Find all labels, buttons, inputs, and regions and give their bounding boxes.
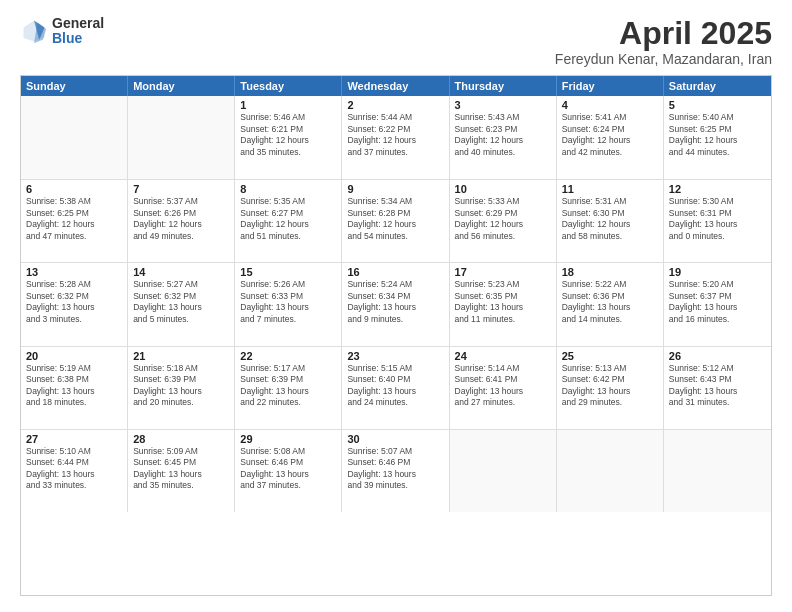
- empty-cell: [128, 96, 235, 179]
- empty-cell: [664, 430, 771, 512]
- calendar-cell-11: 11Sunrise: 5:31 AM Sunset: 6:30 PM Dayli…: [557, 180, 664, 262]
- calendar-cell-2: 2Sunrise: 5:44 AM Sunset: 6:22 PM Daylig…: [342, 96, 449, 179]
- cell-info: Sunrise: 5:07 AM Sunset: 6:46 PM Dayligh…: [347, 446, 443, 492]
- header-day-saturday: Saturday: [664, 76, 771, 96]
- calendar-cell-4: 4Sunrise: 5:41 AM Sunset: 6:24 PM Daylig…: [557, 96, 664, 179]
- calendar-row: 27Sunrise: 5:10 AM Sunset: 6:44 PM Dayli…: [21, 429, 771, 512]
- calendar-cell-24: 24Sunrise: 5:14 AM Sunset: 6:41 PM Dayli…: [450, 347, 557, 429]
- logo: General Blue: [20, 16, 104, 47]
- empty-cell: [450, 430, 557, 512]
- cell-date: 10: [455, 183, 551, 195]
- calendar-cell-26: 26Sunrise: 5:12 AM Sunset: 6:43 PM Dayli…: [664, 347, 771, 429]
- cell-info: Sunrise: 5:17 AM Sunset: 6:39 PM Dayligh…: [240, 363, 336, 409]
- cell-date: 23: [347, 350, 443, 362]
- cell-info: Sunrise: 5:33 AM Sunset: 6:29 PM Dayligh…: [455, 196, 551, 242]
- cell-info: Sunrise: 5:31 AM Sunset: 6:30 PM Dayligh…: [562, 196, 658, 242]
- cell-info: Sunrise: 5:24 AM Sunset: 6:34 PM Dayligh…: [347, 279, 443, 325]
- header-day-monday: Monday: [128, 76, 235, 96]
- cell-date: 24: [455, 350, 551, 362]
- cell-info: Sunrise: 5:46 AM Sunset: 6:21 PM Dayligh…: [240, 112, 336, 158]
- header-day-sunday: Sunday: [21, 76, 128, 96]
- calendar-cell-12: 12Sunrise: 5:30 AM Sunset: 6:31 PM Dayli…: [664, 180, 771, 262]
- cell-info: Sunrise: 5:27 AM Sunset: 6:32 PM Dayligh…: [133, 279, 229, 325]
- cell-date: 18: [562, 266, 658, 278]
- calendar-cell-16: 16Sunrise: 5:24 AM Sunset: 6:34 PM Dayli…: [342, 263, 449, 345]
- calendar-cell-7: 7Sunrise: 5:37 AM Sunset: 6:26 PM Daylig…: [128, 180, 235, 262]
- cell-info: Sunrise: 5:23 AM Sunset: 6:35 PM Dayligh…: [455, 279, 551, 325]
- cell-info: Sunrise: 5:22 AM Sunset: 6:36 PM Dayligh…: [562, 279, 658, 325]
- title-location: Fereydun Kenar, Mazandaran, Iran: [555, 51, 772, 67]
- calendar-cell-20: 20Sunrise: 5:19 AM Sunset: 6:38 PM Dayli…: [21, 347, 128, 429]
- logo-blue: Blue: [52, 31, 104, 46]
- cell-info: Sunrise: 5:26 AM Sunset: 6:33 PM Dayligh…: [240, 279, 336, 325]
- calendar-cell-1: 1Sunrise: 5:46 AM Sunset: 6:21 PM Daylig…: [235, 96, 342, 179]
- calendar-cell-21: 21Sunrise: 5:18 AM Sunset: 6:39 PM Dayli…: [128, 347, 235, 429]
- cell-info: Sunrise: 5:40 AM Sunset: 6:25 PM Dayligh…: [669, 112, 766, 158]
- cell-date: 21: [133, 350, 229, 362]
- calendar-cell-15: 15Sunrise: 5:26 AM Sunset: 6:33 PM Dayli…: [235, 263, 342, 345]
- calendar-row: 6Sunrise: 5:38 AM Sunset: 6:25 PM Daylig…: [21, 179, 771, 262]
- cell-info: Sunrise: 5:08 AM Sunset: 6:46 PM Dayligh…: [240, 446, 336, 492]
- calendar: SundayMondayTuesdayWednesdayThursdayFrid…: [20, 75, 772, 596]
- cell-date: 27: [26, 433, 122, 445]
- cell-date: 15: [240, 266, 336, 278]
- cell-date: 30: [347, 433, 443, 445]
- calendar-cell-13: 13Sunrise: 5:28 AM Sunset: 6:32 PM Dayli…: [21, 263, 128, 345]
- logo-general: General: [52, 16, 104, 31]
- cell-date: 5: [669, 99, 766, 111]
- header-day-wednesday: Wednesday: [342, 76, 449, 96]
- cell-info: Sunrise: 5:28 AM Sunset: 6:32 PM Dayligh…: [26, 279, 122, 325]
- calendar-header: SundayMondayTuesdayWednesdayThursdayFrid…: [21, 76, 771, 96]
- cell-date: 29: [240, 433, 336, 445]
- cell-date: 3: [455, 99, 551, 111]
- cell-info: Sunrise: 5:19 AM Sunset: 6:38 PM Dayligh…: [26, 363, 122, 409]
- cell-info: Sunrise: 5:09 AM Sunset: 6:45 PM Dayligh…: [133, 446, 229, 492]
- cell-date: 2: [347, 99, 443, 111]
- logo-text: General Blue: [52, 16, 104, 47]
- calendar-cell-25: 25Sunrise: 5:13 AM Sunset: 6:42 PM Dayli…: [557, 347, 664, 429]
- header-day-friday: Friday: [557, 76, 664, 96]
- cell-date: 22: [240, 350, 336, 362]
- title-month: April 2025: [555, 16, 772, 51]
- cell-info: Sunrise: 5:20 AM Sunset: 6:37 PM Dayligh…: [669, 279, 766, 325]
- title-block: April 2025 Fereydun Kenar, Mazandaran, I…: [555, 16, 772, 67]
- empty-cell: [21, 96, 128, 179]
- cell-info: Sunrise: 5:44 AM Sunset: 6:22 PM Dayligh…: [347, 112, 443, 158]
- calendar-cell-17: 17Sunrise: 5:23 AM Sunset: 6:35 PM Dayli…: [450, 263, 557, 345]
- calendar-cell-27: 27Sunrise: 5:10 AM Sunset: 6:44 PM Dayli…: [21, 430, 128, 512]
- calendar-row: 13Sunrise: 5:28 AM Sunset: 6:32 PM Dayli…: [21, 262, 771, 345]
- cell-date: 12: [669, 183, 766, 195]
- cell-date: 26: [669, 350, 766, 362]
- cell-info: Sunrise: 5:35 AM Sunset: 6:27 PM Dayligh…: [240, 196, 336, 242]
- page: General Blue April 2025 Fereydun Kenar, …: [0, 0, 792, 612]
- calendar-cell-8: 8Sunrise: 5:35 AM Sunset: 6:27 PM Daylig…: [235, 180, 342, 262]
- cell-info: Sunrise: 5:38 AM Sunset: 6:25 PM Dayligh…: [26, 196, 122, 242]
- cell-date: 13: [26, 266, 122, 278]
- cell-date: 1: [240, 99, 336, 111]
- calendar-cell-23: 23Sunrise: 5:15 AM Sunset: 6:40 PM Dayli…: [342, 347, 449, 429]
- cell-date: 9: [347, 183, 443, 195]
- cell-info: Sunrise: 5:13 AM Sunset: 6:42 PM Dayligh…: [562, 363, 658, 409]
- cell-info: Sunrise: 5:12 AM Sunset: 6:43 PM Dayligh…: [669, 363, 766, 409]
- logo-icon: [20, 17, 48, 45]
- calendar-body: 1Sunrise: 5:46 AM Sunset: 6:21 PM Daylig…: [21, 96, 771, 595]
- cell-info: Sunrise: 5:37 AM Sunset: 6:26 PM Dayligh…: [133, 196, 229, 242]
- cell-date: 6: [26, 183, 122, 195]
- calendar-cell-19: 19Sunrise: 5:20 AM Sunset: 6:37 PM Dayli…: [664, 263, 771, 345]
- cell-date: 25: [562, 350, 658, 362]
- calendar-cell-9: 9Sunrise: 5:34 AM Sunset: 6:28 PM Daylig…: [342, 180, 449, 262]
- empty-cell: [557, 430, 664, 512]
- cell-date: 14: [133, 266, 229, 278]
- calendar-cell-22: 22Sunrise: 5:17 AM Sunset: 6:39 PM Dayli…: [235, 347, 342, 429]
- calendar-cell-18: 18Sunrise: 5:22 AM Sunset: 6:36 PM Dayli…: [557, 263, 664, 345]
- cell-info: Sunrise: 5:41 AM Sunset: 6:24 PM Dayligh…: [562, 112, 658, 158]
- header: General Blue April 2025 Fereydun Kenar, …: [20, 16, 772, 67]
- calendar-row: 20Sunrise: 5:19 AM Sunset: 6:38 PM Dayli…: [21, 346, 771, 429]
- cell-info: Sunrise: 5:15 AM Sunset: 6:40 PM Dayligh…: [347, 363, 443, 409]
- calendar-cell-28: 28Sunrise: 5:09 AM Sunset: 6:45 PM Dayli…: [128, 430, 235, 512]
- cell-date: 28: [133, 433, 229, 445]
- cell-date: 4: [562, 99, 658, 111]
- calendar-cell-3: 3Sunrise: 5:43 AM Sunset: 6:23 PM Daylig…: [450, 96, 557, 179]
- calendar-cell-5: 5Sunrise: 5:40 AM Sunset: 6:25 PM Daylig…: [664, 96, 771, 179]
- header-day-tuesday: Tuesday: [235, 76, 342, 96]
